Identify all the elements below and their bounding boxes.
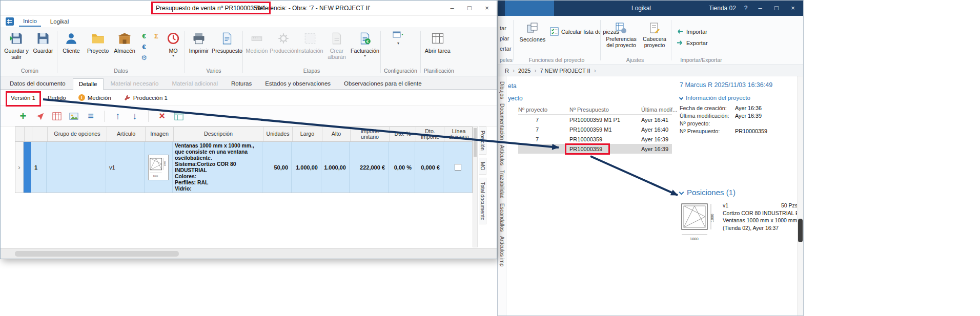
- breadcrumb-item-project[interactable]: 7 NEW PROJECT II: [540, 68, 590, 74]
- facturacion-button[interactable]: € Facturación ▾: [351, 29, 379, 58]
- side-tab-documentacion[interactable]: Documentación: [499, 103, 505, 140]
- tree-item-fragment[interactable]: yecto: [508, 95, 523, 102]
- tab-medicion[interactable]: ! Medición: [73, 92, 116, 103]
- column-header[interactable]: Línea divisoria: [444, 127, 473, 141]
- cabecera-proyecto-button[interactable]: Cabecera proyecto: [640, 22, 669, 48]
- close-button[interactable]: ×: [478, 1, 496, 16]
- guardar-salir-button[interactable]: Guardar y salir: [4, 29, 29, 60]
- euro-icon[interactable]: €: [139, 43, 149, 52]
- scrollbar-thumb[interactable]: [798, 219, 803, 242]
- info-section-header[interactable]: Información del proyecto: [680, 95, 800, 101]
- side-tab-escandallos[interactable]: Escandallos: [499, 203, 505, 232]
- divider-line-checkbox[interactable]: [455, 164, 461, 171]
- configuracion-button[interactable]: ▾: [382, 29, 415, 46]
- secciones-button[interactable]: Secciones: [516, 22, 549, 43]
- column-header[interactable]: Artículo: [107, 127, 146, 141]
- app-title: Logikal: [616, 1, 667, 16]
- column-header[interactable]: Dto. %: [390, 127, 416, 141]
- mo-clock-icon: [166, 31, 181, 46]
- sigma-icon[interactable]: Σ: [152, 32, 161, 41]
- add-row-icon[interactable]: +: [17, 110, 29, 122]
- abrir-tarea-button[interactable]: Abrir tarea: [422, 29, 454, 54]
- clipped-button-cortar[interactable]: tar: [500, 25, 506, 31]
- almacen-button[interactable]: Almacén: [112, 29, 137, 54]
- maximize-button[interactable]: □: [461, 1, 478, 16]
- scrollbar-thumb[interactable]: [15, 251, 179, 257]
- gear-icon[interactable]: ⚙: [139, 53, 149, 62]
- ribbon-tab-logikal[interactable]: Logikal: [46, 17, 73, 26]
- row-expander-icon[interactable]: ›: [15, 142, 24, 193]
- tab-produccion-1[interactable]: Producción 1: [118, 92, 173, 104]
- move-down-icon[interactable]: ↓: [129, 110, 141, 122]
- column-header[interactable]: Unidades: [263, 127, 293, 141]
- maximize-button[interactable]: □: [768, 1, 785, 16]
- move-up-icon[interactable]: ↑: [112, 110, 124, 122]
- preferencias-proyecto-button[interactable]: Preferencias del proyecto: [603, 22, 639, 48]
- grid-scrollbar-vertical[interactable]: [473, 127, 478, 247]
- table-row[interactable]: 7 PR10000359 Ayer 16:39: [518, 134, 672, 144]
- tab-observaciones-para-el-cliente[interactable]: Observaciones para el cliente: [338, 78, 428, 89]
- clipped-button-insertar[interactable]: ertar: [500, 46, 512, 52]
- table-row[interactable]: 7 PR10000359 M1 Ayer 16:40: [518, 124, 672, 134]
- close-button[interactable]: ×: [785, 1, 801, 16]
- tab-estados-y-observaciones[interactable]: Estados y observaciones: [259, 78, 337, 89]
- column-header[interactable]: Descripción: [174, 127, 263, 141]
- posiciones-header[interactable]: Posiciones (1): [680, 188, 802, 197]
- ribbon-tab-inicio[interactable]: Inicio: [19, 17, 41, 27]
- column-header[interactable]: Grupo de opciones: [48, 127, 107, 141]
- position-card[interactable]: 1000 1000 v1 50 Pzs Cortizo COR 80 INDUS…: [680, 202, 802, 242]
- table-row-selected[interactable]: PR10000359 Ayer 16:39: [518, 144, 672, 154]
- column-header[interactable]: Alto: [322, 127, 351, 141]
- importar-button[interactable]: Importar: [676, 28, 707, 35]
- cliente-button[interactable]: Cliente: [58, 29, 84, 54]
- tab-datos-del-documento[interactable]: Datos del documento: [4, 78, 72, 89]
- measurement-icon: [249, 31, 264, 46]
- project-info-title: 7 Marcus R 2025/11/03 16:36:49: [680, 81, 800, 89]
- column-header[interactable]: Dto. Importe: [416, 127, 444, 141]
- bottom-scroll-area[interactable]: [1, 248, 497, 259]
- summary-table-icon[interactable]: [173, 110, 185, 122]
- presupuesto-button[interactable]: Presupuesto: [213, 29, 241, 54]
- side-tab-mo[interactable]: MO: [479, 158, 486, 175]
- mo-button[interactable]: MO ▾: [163, 29, 183, 58]
- exportar-button[interactable]: Exportar: [676, 39, 708, 46]
- side-tab-total-documento[interactable]: Total documento: [479, 178, 486, 225]
- guardar-button[interactable]: Guardar: [30, 29, 56, 54]
- scrollbar-thumb[interactable]: [474, 128, 477, 157]
- tab-pedido[interactable]: Pedido: [43, 92, 71, 103]
- column-header[interactable]: Imagen: [146, 127, 174, 141]
- send-icon[interactable]: [34, 110, 46, 122]
- euro-prices-icon[interactable]: €: [139, 32, 149, 41]
- red-table-icon[interactable]: [51, 110, 63, 122]
- panel-scrollbar[interactable]: [797, 76, 803, 315]
- side-tab-articulos-imp[interactable]: Artículos imp: [499, 236, 505, 267]
- help-button[interactable]: ?: [741, 1, 751, 16]
- side-tab-articulos[interactable]: Artículos: [499, 145, 505, 165]
- image-icon[interactable]: [68, 110, 80, 122]
- tab-roturas[interactable]: Roturas: [225, 78, 258, 89]
- field-label: Nº proyecto:: [680, 120, 735, 128]
- side-tab-posicion[interactable]: Posición: [479, 127, 486, 155]
- column-header[interactable]: Importe unitario: [351, 127, 390, 141]
- tree-item-fragment[interactable]: eta: [508, 82, 517, 90]
- minimize-button[interactable]: –: [443, 1, 461, 16]
- tab-version-1[interactable]: Versión 1: [6, 92, 40, 103]
- side-tab-dibujos[interactable]: Dibujos: [499, 81, 505, 99]
- tab-detalle[interactable]: Detalle: [73, 78, 104, 90]
- clipped-button-copiar[interactable]: piar: [500, 35, 509, 41]
- minimize-button[interactable]: –: [752, 1, 768, 16]
- breadcrumb-item-year[interactable]: 2025: [518, 68, 530, 74]
- side-tab-trazabilidad[interactable]: Trazabilidad: [499, 170, 505, 199]
- column-header-proyecto[interactable]: Nº proyecto: [518, 107, 569, 113]
- column-header-presupuesto[interactable]: Nº Presupuesto: [569, 107, 641, 113]
- proyecto-button[interactable]: Proyecto: [85, 29, 111, 54]
- list-icon[interactable]: ≡: [85, 110, 97, 122]
- column-header[interactable]: Largo: [293, 127, 322, 141]
- delete-row-icon[interactable]: ×: [156, 110, 168, 122]
- column-header-modificado[interactable]: Última modif...: [641, 107, 672, 113]
- imprimir-button[interactable]: Imprimir: [186, 29, 212, 54]
- breadcrumb-item-root[interactable]: R: [505, 68, 509, 74]
- cell-modificado: Ayer 16:40: [641, 127, 672, 133]
- grid-row-selected[interactable]: › 1 v1 1000 1000: [15, 142, 473, 193]
- table-row[interactable]: 7 PR10000359 M1 P1 Ayer 16:41: [518, 115, 672, 124]
